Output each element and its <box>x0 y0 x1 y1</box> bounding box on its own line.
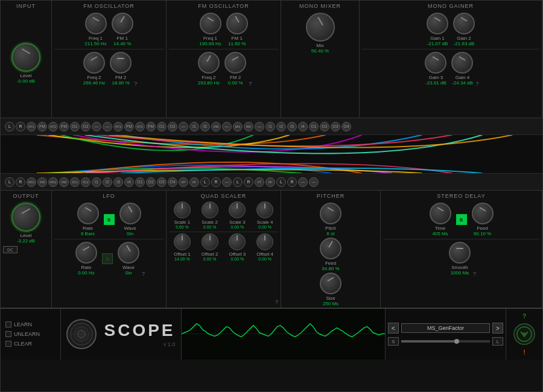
patch-node-r1-b[interactable]: #R1 <box>27 177 36 187</box>
patch-node-o4-b[interactable]: O4 <box>168 177 177 187</box>
preset-slider[interactable] <box>401 340 490 343</box>
patch-node-f1-1[interactable]: #F1 <box>27 122 36 131</box>
pitcher-size-knob[interactable] <box>320 273 341 294</box>
patch-node-fm-3[interactable]: FM <box>124 122 134 131</box>
patch-node-o1-b[interactable]: O1 <box>135 177 145 187</box>
patch-node-o3-b[interactable]: O3 <box>157 177 167 187</box>
lfo-s1-button[interactable]: S <box>104 214 115 225</box>
patch-node-i4-b[interactable]: I4 <box>124 177 134 187</box>
patch-node-i1-b[interactable]: I1 <box>92 177 101 187</box>
mono-mixer-mix-knob[interactable] <box>306 13 335 42</box>
fm-osc1-freq1-knob[interactable] <box>85 13 107 34</box>
patch-node-L-b2[interactable]: L <box>200 177 210 187</box>
learn-row[interactable]: LEARN <box>5 321 56 327</box>
stereo-delay-feed-knob[interactable] <box>472 203 494 224</box>
learn-checkbox[interactable] <box>5 321 11 327</box>
input-level-knob[interactable] <box>11 43 40 72</box>
patch-node-R-bot[interactable]: R <box>16 177 25 187</box>
pitcher-feed-knob[interactable] <box>320 238 341 259</box>
patch-node-o3-t2[interactable]: O3 <box>331 122 340 131</box>
s-button[interactable]: S <box>388 337 399 346</box>
fm-osc1-help[interactable]: ? <box>134 81 137 87</box>
patch-node-R-top[interactable]: R <box>16 122 25 131</box>
quad-scale4-knob[interactable] <box>256 201 273 218</box>
patch-node-dash-b3[interactable]: — <box>309 177 319 187</box>
patch-node-p-b[interactable]: #P <box>179 177 188 187</box>
fm-osc2-freq2-knob[interactable] <box>198 52 220 74</box>
patch-node-o1-t2[interactable]: O1 <box>309 122 319 131</box>
lfo-rate2-knob[interactable] <box>75 242 97 264</box>
stereo-delay-s-button[interactable]: S <box>456 214 467 225</box>
patch-node-dash-5[interactable]: — <box>255 122 264 131</box>
unlearn-row[interactable]: UNLEARN <box>5 331 56 337</box>
stereo-delay-time-knob[interactable] <box>430 203 451 224</box>
mono-gainer-gain1-knob[interactable] <box>427 13 448 34</box>
patch-node-i4-t2[interactable]: I4 <box>298 122 308 131</box>
stereo-delay-help[interactable]: ? <box>473 271 476 277</box>
patch-node-io1[interactable]: IO1 <box>70 177 80 187</box>
patch-node-i2-t[interactable]: I2 <box>200 122 210 131</box>
pitcher-pitch-knob[interactable] <box>320 203 341 224</box>
patch-node-f-b[interactable]: #F <box>189 177 199 187</box>
quad-scale2-knob[interactable] <box>202 201 218 218</box>
patch-node-o2-b[interactable]: O2 <box>146 177 156 187</box>
patch-node-f1-2[interactable]: #F1 <box>113 122 123 131</box>
patch-node-i3-b[interactable]: I3 <box>113 177 123 187</box>
patch-node-i1-t2[interactable]: I1 <box>265 122 275 131</box>
quad-offset3-knob[interactable] <box>229 233 246 250</box>
patch-node-o4-t2[interactable]: O4 <box>341 122 351 131</box>
mono-gainer-gain2-knob[interactable] <box>453 13 475 34</box>
lfo-s2-button[interactable]: S <box>102 253 113 264</box>
quad-scale3-knob[interactable] <box>229 201 246 218</box>
lfo-rate1-knob[interactable] <box>77 203 99 224</box>
output-dc-button[interactable]: DC <box>3 246 17 253</box>
patch-node-f2-1[interactable]: #F2 <box>48 122 58 131</box>
fm-osc2-fm1-knob[interactable] <box>226 13 248 34</box>
patch-node-R-b2[interactable]: R <box>211 177 221 187</box>
mono-gainer-help[interactable]: ? <box>475 81 478 87</box>
patch-node-R-b4[interactable]: R <box>287 177 297 187</box>
help-button[interactable]: ? <box>522 312 527 320</box>
patch-node-R-b3[interactable]: R <box>244 177 253 187</box>
patch-node-dash-b[interactable]: — <box>222 177 232 187</box>
patch-node-fm-2[interactable]: FM <box>59 122 69 131</box>
patch-node-o2-2[interactable]: O2 <box>168 122 177 131</box>
patch-node-dash-3[interactable]: — <box>179 122 188 131</box>
patch-node-dash-4[interactable]: — <box>222 122 232 131</box>
patch-node-i2-t2[interactable]: I2 <box>276 122 286 131</box>
lfo-help[interactable]: ? <box>142 271 145 277</box>
patch-node-fm-1[interactable]: FM <box>37 122 47 131</box>
fm-osc1-freq2-knob[interactable] <box>83 52 105 74</box>
patch-node-dash-2[interactable]: — <box>103 122 112 131</box>
fm-osc2-fm2-knob[interactable] <box>224 52 246 74</box>
patch-node-i2-b[interactable]: I2 <box>103 177 112 187</box>
patch-node-m-t[interactable]: #M <box>211 122 221 131</box>
fm-osc1-fm1-knob[interactable] <box>112 13 133 34</box>
patch-node-f2-2[interactable]: #F2 <box>135 122 145 131</box>
patch-node-i1-t[interactable]: I1 <box>189 122 199 131</box>
patch-node-o2-t2[interactable]: O2 <box>320 122 329 131</box>
preset-prev-button[interactable]: < <box>388 323 399 334</box>
patch-node-w2-b[interactable]: #W <box>59 177 69 187</box>
quad-offset2-knob[interactable] <box>202 233 218 250</box>
quad-scaler-help[interactable]: ? <box>275 299 278 305</box>
patch-node-L-bot[interactable]: L <box>5 177 14 187</box>
clear-row[interactable]: CLEAR <box>5 341 56 347</box>
patch-node-o2-1[interactable]: O2 <box>81 122 91 131</box>
patch-node-r2-b[interactable]: #R2 <box>48 177 58 187</box>
preset-next-button[interactable]: > <box>492 323 503 334</box>
patch-node-dash-b2[interactable]: — <box>298 177 308 187</box>
patch-node-t-b[interactable]: #T <box>255 177 264 187</box>
patch-node-L-b4[interactable]: L <box>276 177 286 187</box>
l-button[interactable]: L <box>492 337 503 346</box>
fm-osc2-freq1-knob[interactable] <box>200 13 221 34</box>
patch-node-imx[interactable]: IMX <box>244 122 253 131</box>
patch-node-f-b2[interactable]: #F <box>265 177 275 187</box>
warning-button[interactable]: ! <box>523 349 526 356</box>
lfo-wave1-knob[interactable] <box>119 203 141 224</box>
quad-scale1-knob[interactable] <box>174 201 191 218</box>
clear-checkbox[interactable] <box>5 341 11 347</box>
mono-gainer-gain3-knob[interactable] <box>425 52 446 74</box>
quad-offset4-knob[interactable] <box>256 233 273 250</box>
patch-node-io2[interactable]: IO2 <box>81 177 91 187</box>
